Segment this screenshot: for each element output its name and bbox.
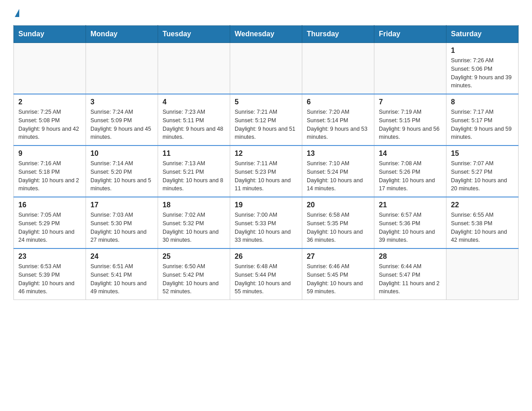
day-number: 9 <box>18 150 81 158</box>
day-number: 5 <box>235 98 297 106</box>
day-number: 6 <box>307 98 369 106</box>
calendar-week-row: 1Sunrise: 7:26 AMSunset: 5:06 PMDaylight… <box>14 43 519 94</box>
day-header-friday: Friday <box>374 26 446 43</box>
day-sun-info: Sunrise: 6:53 AMSunset: 5:39 PMDaylight:… <box>18 262 81 296</box>
day-number: 7 <box>379 98 442 106</box>
day-sun-info: Sunrise: 7:13 AMSunset: 5:21 PMDaylight:… <box>163 159 225 193</box>
calendar-cell: 19Sunrise: 7:00 AMSunset: 5:33 PMDayligh… <box>230 197 302 248</box>
day-number: 4 <box>163 98 225 106</box>
calendar-cell <box>446 248 519 300</box>
day-sun-info: Sunrise: 7:26 AMSunset: 5:06 PMDaylight:… <box>451 56 514 90</box>
day-sun-info: Sunrise: 7:08 AMSunset: 5:26 PMDaylight:… <box>379 159 442 193</box>
calendar-cell: 18Sunrise: 7:02 AMSunset: 5:32 PMDayligh… <box>158 197 230 248</box>
day-number: 25 <box>163 253 225 261</box>
day-sun-info: Sunrise: 7:00 AMSunset: 5:33 PMDaylight:… <box>235 211 297 244</box>
calendar-cell: 16Sunrise: 7:05 AMSunset: 5:29 PMDayligh… <box>14 197 86 248</box>
logo <box>13 9 19 18</box>
day-number: 12 <box>235 150 297 158</box>
day-number: 28 <box>379 253 442 261</box>
calendar-week-row: 23Sunrise: 6:53 AMSunset: 5:39 PMDayligh… <box>14 248 519 300</box>
calendar-cell: 9Sunrise: 7:16 AMSunset: 5:18 PMDaylight… <box>14 146 86 197</box>
calendar-cell: 28Sunrise: 6:44 AMSunset: 5:47 PMDayligh… <box>374 248 446 300</box>
day-sun-info: Sunrise: 7:17 AMSunset: 5:17 PMDaylight:… <box>451 108 514 141</box>
calendar-cell: 27Sunrise: 6:46 AMSunset: 5:45 PMDayligh… <box>302 248 374 300</box>
calendar-cell: 21Sunrise: 6:57 AMSunset: 5:36 PMDayligh… <box>374 197 446 248</box>
calendar-cell <box>158 43 230 94</box>
calendar-cell: 5Sunrise: 7:21 AMSunset: 5:12 PMDaylight… <box>230 94 302 146</box>
day-sun-info: Sunrise: 7:23 AMSunset: 5:11 PMDaylight:… <box>163 108 225 141</box>
calendar-cell: 26Sunrise: 6:48 AMSunset: 5:44 PMDayligh… <box>230 248 302 300</box>
calendar-cell: 11Sunrise: 7:13 AMSunset: 5:21 PMDayligh… <box>158 146 230 197</box>
day-header-sunday: Sunday <box>14 26 86 43</box>
calendar-cell: 3Sunrise: 7:24 AMSunset: 5:09 PMDaylight… <box>86 94 158 146</box>
day-sun-info: Sunrise: 7:03 AMSunset: 5:30 PMDaylight:… <box>90 211 153 244</box>
calendar-cell: 25Sunrise: 6:50 AMSunset: 5:42 PMDayligh… <box>158 248 230 300</box>
day-sun-info: Sunrise: 7:10 AMSunset: 5:24 PMDaylight:… <box>307 159 369 193</box>
day-number: 11 <box>163 150 225 158</box>
day-number: 22 <box>451 201 514 209</box>
day-number: 13 <box>307 150 369 158</box>
day-number: 1 <box>451 47 514 55</box>
calendar-cell: 15Sunrise: 7:07 AMSunset: 5:27 PMDayligh… <box>446 146 519 197</box>
day-sun-info: Sunrise: 6:57 AMSunset: 5:36 PMDaylight:… <box>379 211 442 244</box>
calendar-cell: 2Sunrise: 7:25 AMSunset: 5:08 PMDaylight… <box>14 94 86 146</box>
day-number: 23 <box>18 253 81 261</box>
day-number: 18 <box>163 201 225 209</box>
calendar-week-row: 16Sunrise: 7:05 AMSunset: 5:29 PMDayligh… <box>14 197 519 248</box>
day-sun-info: Sunrise: 7:21 AMSunset: 5:12 PMDaylight:… <box>235 108 297 141</box>
calendar-week-row: 9Sunrise: 7:16 AMSunset: 5:18 PMDaylight… <box>14 146 519 197</box>
calendar-cell: 12Sunrise: 7:11 AMSunset: 5:23 PMDayligh… <box>230 146 302 197</box>
day-sun-info: Sunrise: 6:55 AMSunset: 5:38 PMDaylight:… <box>451 211 514 244</box>
calendar-cell: 10Sunrise: 7:14 AMSunset: 5:20 PMDayligh… <box>86 146 158 197</box>
calendar-cell: 14Sunrise: 7:08 AMSunset: 5:26 PMDayligh… <box>374 146 446 197</box>
calendar-cell: 22Sunrise: 6:55 AMSunset: 5:38 PMDayligh… <box>446 197 519 248</box>
calendar-cell <box>86 43 158 94</box>
calendar-week-row: 2Sunrise: 7:25 AMSunset: 5:08 PMDaylight… <box>14 94 519 146</box>
day-sun-info: Sunrise: 7:16 AMSunset: 5:18 PMDaylight:… <box>18 159 81 193</box>
logo-triangle-icon <box>15 9 19 17</box>
day-header-thursday: Thursday <box>302 26 374 43</box>
day-sun-info: Sunrise: 7:07 AMSunset: 5:27 PMDaylight:… <box>451 159 514 193</box>
day-number: 27 <box>307 253 369 261</box>
calendar-cell <box>230 43 302 94</box>
day-number: 2 <box>18 98 81 106</box>
day-number: 16 <box>18 201 81 209</box>
day-number: 21 <box>379 201 442 209</box>
day-sun-info: Sunrise: 7:20 AMSunset: 5:14 PMDaylight:… <box>307 108 369 141</box>
day-sun-info: Sunrise: 6:46 AMSunset: 5:45 PMDaylight:… <box>307 262 369 296</box>
calendar-cell: 6Sunrise: 7:20 AMSunset: 5:14 PMDaylight… <box>302 94 374 146</box>
day-number: 10 <box>90 150 153 158</box>
day-header-wednesday: Wednesday <box>230 26 302 43</box>
day-sun-info: Sunrise: 6:50 AMSunset: 5:42 PMDaylight:… <box>163 262 225 296</box>
day-number: 19 <box>235 201 297 209</box>
day-sun-info: Sunrise: 7:25 AMSunset: 5:08 PMDaylight:… <box>18 108 81 141</box>
day-sun-info: Sunrise: 6:51 AMSunset: 5:41 PMDaylight:… <box>90 262 153 296</box>
day-number: 20 <box>307 201 369 209</box>
calendar-cell: 13Sunrise: 7:10 AMSunset: 5:24 PMDayligh… <box>302 146 374 197</box>
day-header-saturday: Saturday <box>446 26 519 43</box>
day-sun-info: Sunrise: 7:14 AMSunset: 5:20 PMDaylight:… <box>90 159 153 193</box>
calendar-cell: 17Sunrise: 7:03 AMSunset: 5:30 PMDayligh… <box>86 197 158 248</box>
day-sun-info: Sunrise: 7:19 AMSunset: 5:15 PMDaylight:… <box>379 108 442 141</box>
day-sun-info: Sunrise: 6:58 AMSunset: 5:35 PMDaylight:… <box>307 211 369 244</box>
calendar-cell: 1Sunrise: 7:26 AMSunset: 5:06 PMDaylight… <box>446 43 519 94</box>
day-number: 17 <box>90 201 153 209</box>
day-sun-info: Sunrise: 6:44 AMSunset: 5:47 PMDaylight:… <box>379 262 442 296</box>
calendar-cell: 24Sunrise: 6:51 AMSunset: 5:41 PMDayligh… <box>86 248 158 300</box>
day-header-monday: Monday <box>86 26 158 43</box>
calendar-header-row: SundayMondayTuesdayWednesdayThursdayFrid… <box>14 26 519 43</box>
day-number: 3 <box>90 98 153 106</box>
calendar-cell: 7Sunrise: 7:19 AMSunset: 5:15 PMDaylight… <box>374 94 446 146</box>
day-sun-info: Sunrise: 7:02 AMSunset: 5:32 PMDaylight:… <box>163 211 225 244</box>
calendar-cell: 20Sunrise: 6:58 AMSunset: 5:35 PMDayligh… <box>302 197 374 248</box>
day-number: 14 <box>379 150 442 158</box>
day-sun-info: Sunrise: 7:11 AMSunset: 5:23 PMDaylight:… <box>235 159 297 193</box>
day-number: 15 <box>451 150 514 158</box>
calendar-cell: 4Sunrise: 7:23 AMSunset: 5:11 PMDaylight… <box>158 94 230 146</box>
day-number: 24 <box>90 253 153 261</box>
page-header <box>13 9 519 18</box>
day-sun-info: Sunrise: 7:24 AMSunset: 5:09 PMDaylight:… <box>90 108 153 141</box>
calendar-cell: 8Sunrise: 7:17 AMSunset: 5:17 PMDaylight… <box>446 94 519 146</box>
calendar-cell: 23Sunrise: 6:53 AMSunset: 5:39 PMDayligh… <box>14 248 86 300</box>
day-sun-info: Sunrise: 7:05 AMSunset: 5:29 PMDaylight:… <box>18 211 81 244</box>
